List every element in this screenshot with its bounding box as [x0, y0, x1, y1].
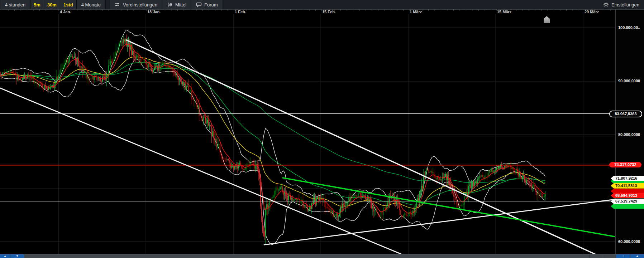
gear-icon: [603, 2, 609, 8]
date-axis: 4 Jan.18 Jan.1 Feb.15 Feb.1 März15 März2…: [0, 9, 615, 14]
date-label: 15 März: [497, 10, 511, 14]
toolbar-spacer: [223, 0, 598, 9]
trading-platform-window: { "toolbar": { "timeframe_button": "4 st…: [0, 0, 644, 258]
forum-button[interactable]: Forum: [191, 0, 223, 9]
timeframe-button[interactable]: 4 stunden: [0, 0, 30, 9]
top-toolbar: 4 stunden 5m 30m 1std 4 Monate Voreinste…: [0, 0, 644, 10]
date-label: 4 Jan.: [60, 10, 71, 14]
price-chart-canvas[interactable]: [0, 0, 644, 258]
plus-glyph: +: [622, 254, 624, 258]
range-button[interactable]: 4 Monate: [77, 0, 106, 9]
candlestick-icon: [167, 2, 173, 8]
scroll-left-glyph: ▲: [4, 254, 6, 258]
scrollbar-segment[interactable]: [604, 254, 616, 258]
date-label: 1 März: [410, 10, 422, 14]
arrow-up-glyph: ▲: [636, 254, 639, 258]
sliders-icon: [115, 2, 120, 8]
price-label: 60.000,0000: [618, 239, 640, 244]
quick-timeframe-30m[interactable]: 30m: [44, 0, 60, 9]
price-axis[interactable]: 100.000,00..90.000,000080.000,000060.000…: [615, 9, 644, 254]
speech-bubble-icon: [196, 2, 202, 8]
scroll-right-glyph: ▼: [16, 254, 19, 258]
timeframe-label: 4 stunden: [5, 2, 25, 8]
presets-button[interactable]: Voreinstellungen: [110, 0, 162, 9]
date-label: 18 Jan.: [147, 10, 161, 14]
zoom-in-button[interactable]: +: [616, 254, 630, 258]
scroll-left-button[interactable]: ▲: [0, 254, 10, 258]
indicators-button[interactable]: Mittel: [162, 0, 191, 9]
settings-button[interactable]: Einstellungen: [598, 0, 644, 9]
scroll-end-button[interactable]: ▲: [630, 254, 644, 258]
quick-timeframe-5m[interactable]: 5m: [30, 0, 44, 9]
date-label: 1 Feb.: [235, 10, 246, 14]
scroll-right-button[interactable]: ▼: [10, 254, 24, 258]
scrollbar-segment[interactable]: [590, 254, 604, 258]
scrollbar-track[interactable]: [24, 254, 589, 258]
quick-timeframe-1std[interactable]: 1std: [60, 0, 77, 9]
price-label: 100.000,00..: [618, 25, 640, 30]
price-label: 80.000,0000: [618, 132, 640, 137]
date-label: 15 Feb.: [322, 10, 336, 14]
date-label: 29 März: [585, 10, 599, 14]
bottom-scrollbar[interactable]: ▲ ▼ + ▲: [0, 254, 644, 258]
price-label: 90.000,0000: [618, 79, 640, 83]
